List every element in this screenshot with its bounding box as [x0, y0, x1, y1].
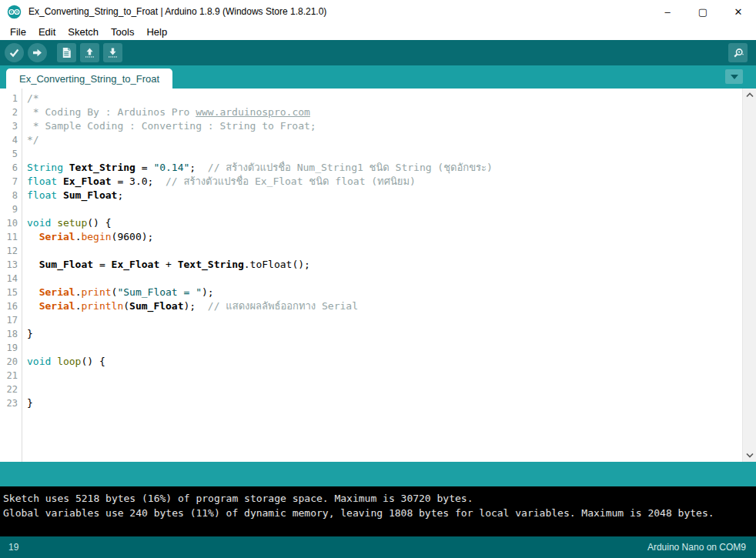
line-number-gutter: 1234567891011121314151617181920212223 [0, 89, 22, 462]
line-number: 13 [0, 258, 18, 272]
menu-file[interactable]: File [4, 25, 32, 39]
line-number: 2 [0, 105, 18, 119]
tab-bar: Ex_Converting_String_to_Froat [0, 65, 756, 89]
code-line: Serial.println(Sum_Float); // แสดงผลลัพธ… [27, 299, 742, 313]
line-number: 15 [0, 286, 18, 299]
code-line: void setup() { [27, 216, 742, 230]
line-number: 8 [0, 189, 18, 202]
code-line [27, 313, 742, 327]
code-line: Sum_Float = Ex_Float + Text_String.toFlo… [27, 258, 742, 272]
line-number: 9 [0, 202, 18, 216]
vertical-scrollbar[interactable] [742, 89, 756, 462]
code-line: Serial.begin(9600); [27, 230, 742, 244]
code-line: * Coding By : Arduinos Pro www.arduinosp… [27, 105, 742, 119]
maximize-button[interactable]: ▢ [685, 0, 721, 23]
right-arrow-icon [32, 47, 43, 58]
menu-edit[interactable]: Edit [32, 25, 62, 39]
code-line [27, 147, 742, 161]
title-bar: Ex_Converting_String_to_Froat | Arduino … [0, 0, 756, 23]
menu-sketch[interactable]: Sketch [62, 25, 105, 39]
code-line: * Sample Coding : Converting : String to… [27, 119, 742, 133]
minimize-button[interactable]: – [650, 0, 685, 23]
arrow-up-icon [84, 47, 95, 58]
line-number: 6 [0, 161, 18, 175]
code-line: float Sum_Float; [27, 189, 742, 202]
console-line: Sketch uses 5218 bytes (16%) of program … [3, 491, 753, 506]
footer-bar: 19 Arduino Nano on COM9 [0, 536, 756, 558]
code-area[interactable]: /* * Coding By : Arduinos Pro www.arduin… [22, 89, 742, 462]
code-line: float Ex_Float = 3.0; // สร้างตัวแปรชื่อ… [27, 175, 742, 189]
line-number: 4 [0, 133, 18, 147]
line-number: 18 [0, 327, 18, 341]
line-number: 17 [0, 313, 18, 327]
code-line: Serial.print("Sum_Float = "); [27, 286, 742, 299]
code-editor: 1234567891011121314151617181920212223 /*… [0, 89, 756, 462]
chevron-down-icon [731, 75, 738, 79]
console-line: Global variables use 240 bytes (11%) of … [3, 506, 753, 520]
code-line: void loop() { [27, 355, 742, 369]
menu-tools[interactable]: Tools [105, 25, 140, 39]
save-button[interactable] [103, 43, 122, 62]
line-number: 11 [0, 230, 18, 244]
code-line [27, 341, 742, 355]
code-line: } [27, 327, 742, 341]
arduino-logo-icon [7, 5, 22, 19]
scroll-up-button[interactable] [743, 89, 756, 102]
line-number: 22 [0, 383, 18, 396]
code-line [27, 244, 742, 258]
code-line: String Text_String = "0.14"; // สร้างตัว… [27, 161, 742, 175]
line-number: 16 [0, 299, 18, 313]
window-title: Ex_Converting_String_to_Froat | Arduino … [28, 6, 326, 17]
code-line [27, 202, 742, 216]
board-port-label: Arduino Nano on COM9 [647, 542, 756, 553]
open-button[interactable] [80, 43, 99, 62]
code-line: } [27, 396, 742, 410]
tab-active-sketch[interactable]: Ex_Converting_String_to_Froat [6, 68, 172, 89]
code-line [27, 369, 742, 383]
code-line [27, 272, 742, 286]
document-icon [61, 47, 72, 58]
line-number: 12 [0, 244, 18, 258]
code-line: */ [27, 133, 742, 147]
new-sketch-button[interactable] [57, 43, 76, 62]
line-number: 23 [0, 396, 18, 410]
window-controls: – ▢ ✕ [650, 0, 756, 23]
line-number: 5 [0, 147, 18, 161]
magnifier-icon [732, 47, 744, 59]
status-bar [0, 462, 756, 486]
code-line [27, 383, 742, 396]
upload-button[interactable] [28, 43, 47, 62]
scroll-down-button[interactable] [743, 449, 756, 462]
toolbar [0, 40, 756, 65]
verify-button[interactable] [5, 43, 24, 62]
tab-list-button[interactable] [725, 69, 743, 84]
line-number: 20 [0, 355, 18, 369]
line-number: 19 [0, 341, 18, 355]
menu-bar: FileEditSketchToolsHelp [0, 23, 756, 40]
arduino-ide-window: Ex_Converting_String_to_Froat | Arduino … [0, 0, 756, 558]
line-number: 10 [0, 216, 18, 230]
close-button[interactable]: ✕ [721, 0, 756, 23]
line-number: 14 [0, 272, 18, 286]
menu-help[interactable]: Help [140, 25, 173, 39]
line-number: 21 [0, 369, 18, 383]
line-number: 3 [0, 119, 18, 133]
check-icon [8, 47, 20, 58]
serial-monitor-button[interactable] [728, 43, 748, 62]
arrow-down-icon [107, 47, 119, 58]
line-number: 1 [0, 92, 18, 105]
code-line: /* [27, 92, 742, 105]
line-indicator: 19 [0, 542, 18, 553]
tab-label: Ex_Converting_String_to_Froat [19, 73, 159, 85]
console-output: Sketch uses 5218 bytes (16%) of program … [0, 486, 756, 536]
line-number: 7 [0, 175, 18, 189]
